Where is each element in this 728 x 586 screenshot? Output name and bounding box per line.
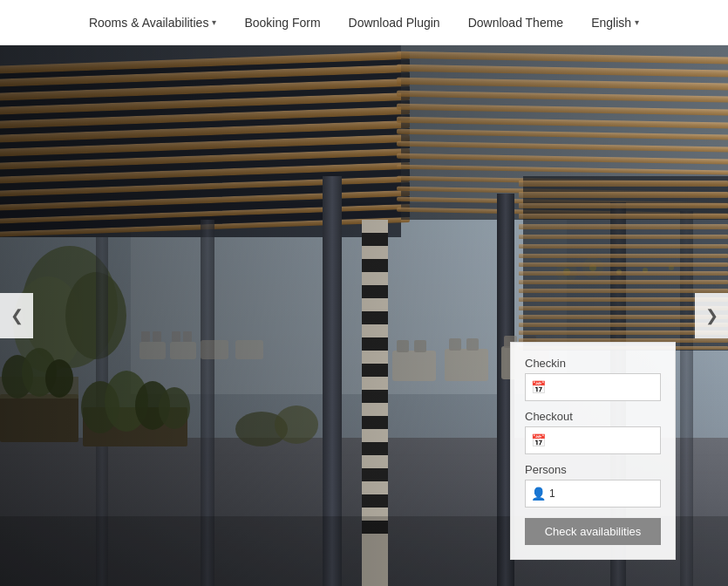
checkin-input-wrap: 📅 bbox=[525, 373, 661, 401]
checkout-input[interactable] bbox=[549, 434, 655, 446]
persons-icon: 👤 bbox=[531, 487, 546, 501]
slider-prev-button[interactable]: ❮ bbox=[0, 293, 33, 338]
nav-booking[interactable]: Booking Form bbox=[244, 16, 320, 30]
checkout-input-wrap: 📅 bbox=[525, 426, 661, 454]
nav-theme[interactable]: Download Theme bbox=[468, 16, 563, 30]
checkout-label: Checkout bbox=[525, 410, 661, 423]
nav-rooms[interactable]: Rooms & Availabilities ▾ bbox=[89, 16, 216, 30]
nav-plugin[interactable]: Download Plugin bbox=[349, 16, 440, 30]
lang-chevron-icon: ▾ bbox=[635, 17, 639, 27]
checkin-input[interactable] bbox=[549, 381, 655, 393]
checkin-calendar-icon: 📅 bbox=[531, 380, 546, 394]
check-availabilities-button[interactable]: Check availabilities bbox=[525, 518, 661, 545]
checkout-calendar-icon: 📅 bbox=[531, 433, 546, 447]
checkin-label: Checkin bbox=[525, 357, 661, 370]
nav-lang[interactable]: English ▾ bbox=[591, 16, 639, 30]
rooms-chevron-icon: ▾ bbox=[212, 17, 216, 27]
persons-input-wrap: 👤 bbox=[525, 480, 661, 508]
main-nav: Rooms & Availabilities ▾ Booking Form Do… bbox=[0, 0, 728, 45]
persons-input[interactable] bbox=[549, 487, 655, 500]
slider-next-button[interactable]: ❯ bbox=[695, 293, 728, 338]
booking-widget: Checkin 📅 Checkout 📅 Persons 👤 Check ava… bbox=[510, 342, 676, 560]
hero-slider: ❮ ❯ Checkin 📅 Checkout 📅 Persons 👤 Check… bbox=[0, 45, 728, 586]
persons-label: Persons bbox=[525, 463, 661, 476]
